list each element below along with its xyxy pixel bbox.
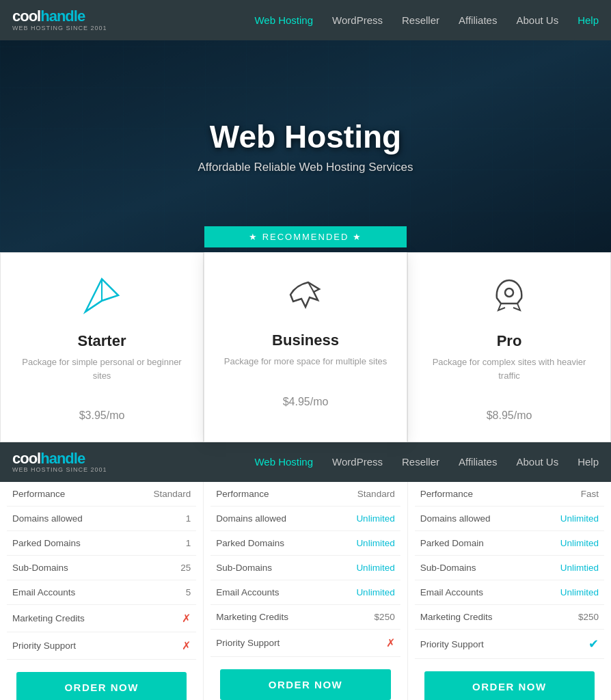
pricing-section: Starter Package for simple personal or b… xyxy=(0,252,611,442)
logo-sub: Web Hosting Since 2001 xyxy=(12,25,107,32)
starter-plan-card: Starter Package for simple personal or b… xyxy=(0,252,204,442)
nav-affiliates[interactable]: Affiliates xyxy=(459,14,497,26)
nav-web-hosting[interactable]: Web Hosting xyxy=(254,14,313,26)
business-plan-name: Business xyxy=(272,332,339,349)
table-row: Sub-Domains Unlimited xyxy=(211,556,400,580)
table-row: Parked Domains Unlimited xyxy=(211,531,400,556)
table-row: Performance Standard xyxy=(7,482,196,507)
table-row: Domains allowed Unlimited xyxy=(415,507,604,531)
starter-order-button[interactable]: ORDER NOW xyxy=(16,672,187,700)
table-row: Domains allowed 1 xyxy=(7,507,196,531)
table-row: Sub-Domains Unlimtied xyxy=(415,556,604,580)
starter-plan-name: Starter xyxy=(78,332,126,350)
pro-features-col: Performance Fast Domains allowed Unlimit… xyxy=(408,482,611,700)
business-order-wrap: ORDER NOW xyxy=(211,657,400,700)
rocket-icon xyxy=(487,273,531,323)
starter-priority-support-row: Priority Support ✗ xyxy=(7,632,196,660)
secondary-navbar: coolhandle Web Hosting Since 2001 Web Ho… xyxy=(0,442,611,482)
pro-plan-name: Pro xyxy=(497,332,522,350)
pro-plan-desc: Package for complex sites with heavier t… xyxy=(422,355,597,382)
nav2-affiliates[interactable]: Affiliates xyxy=(459,456,497,468)
nav2-web-hosting[interactable]: Web Hosting xyxy=(254,456,313,468)
nav-about-us[interactable]: About Us xyxy=(516,14,558,26)
recommended-badge: ★ RECOMMENDED ★ xyxy=(204,226,407,247)
table-row: Sub-Domains 25 xyxy=(7,556,196,580)
nav-links: Web Hosting WordPress Reseller Affiliate… xyxy=(254,14,599,27)
logo2-sub: Web Hosting Since 2001 xyxy=(12,467,107,474)
starter-plan-price: $3.95/mo xyxy=(79,394,125,425)
business-plan-desc: Package for more space for multiple site… xyxy=(224,355,387,368)
main-navbar: coolhandle Web Hosting Since 2001 Web Ho… xyxy=(0,0,611,40)
pro-order-wrap: ORDER NOW xyxy=(415,659,604,700)
table-row: Marketing Credits $250 xyxy=(415,605,604,630)
nav2-wordpress[interactable]: WordPress xyxy=(332,456,383,468)
pro-plan-card: Pro Package for complex sites with heavi… xyxy=(407,252,611,442)
hero-subtitle: Affordable Reliable Web Hosting Services xyxy=(198,161,413,174)
table-row: Email Accounts Unlimited xyxy=(415,580,604,605)
table-row: Performance Standard xyxy=(211,482,400,507)
svg-line-4 xyxy=(293,299,301,301)
paper-plane-icon xyxy=(80,273,124,323)
business-order-button[interactable]: ORDER NOW xyxy=(220,669,390,700)
table-row: Email Accounts Unlimited xyxy=(211,580,400,605)
nav2-help[interactable]: Help xyxy=(578,456,599,468)
nav-help[interactable]: Help xyxy=(578,14,599,26)
business-priority-support-row: Priority Support ✗ xyxy=(211,630,400,657)
hero-section: Web Hosting Affordable Reliable Web Host… xyxy=(0,40,611,252)
nav2-reseller[interactable]: Reseller xyxy=(402,456,439,468)
starter-plan-desc: Package for simple personal or beginner … xyxy=(14,355,189,382)
table-row: Email Accounts 5 xyxy=(7,580,196,605)
table-row: Parked Domains 1 xyxy=(7,531,196,556)
business-features-col: Performance Standard Domains allowed Unl… xyxy=(204,482,407,700)
business-plan-card: ★ RECOMMENDED ★ Business Package for mor… xyxy=(204,252,407,442)
table-row: Performance Fast xyxy=(415,482,604,507)
logo[interactable]: coolhandle Web Hosting Since 2001 xyxy=(12,8,107,31)
nav2-links: Web Hosting WordPress Reseller Affiliate… xyxy=(254,456,599,468)
table-row: Marketing Credits $250 xyxy=(211,605,400,630)
table-row: Marketing Credits ✗ xyxy=(7,605,196,632)
features-section: Performance Standard Domains allowed 1 P… xyxy=(0,482,611,700)
business-plan-price: $4.95/mo xyxy=(283,381,329,412)
table-row: Domains allowed Unlimited xyxy=(211,507,400,531)
logo-cool: cool xyxy=(12,8,40,25)
logo-handle: handle xyxy=(40,8,85,25)
nav-wordpress[interactable]: WordPress xyxy=(332,14,383,26)
logo2[interactable]: coolhandle Web Hosting Since 2001 xyxy=(12,450,107,474)
logo2-cool: cool xyxy=(12,450,40,467)
nav2-about-us[interactable]: About Us xyxy=(516,456,558,468)
table-row: Parked Domain Unlimited xyxy=(415,531,604,556)
logo2-handle: handle xyxy=(40,450,85,467)
svg-point-5 xyxy=(505,288,513,297)
hero-title: Web Hosting xyxy=(198,118,413,155)
starter-order-wrap: ORDER NOW xyxy=(7,660,196,700)
pro-order-button[interactable]: ORDER NOW xyxy=(424,671,595,700)
pro-plan-price: $8.95/mo xyxy=(487,394,532,425)
nav-reseller[interactable]: Reseller xyxy=(402,14,439,26)
plane-icon xyxy=(284,273,327,322)
pro-priority-support-row: Priority Support ✔ xyxy=(415,630,604,659)
starter-features-col: Performance Standard Domains allowed 1 P… xyxy=(0,482,204,700)
